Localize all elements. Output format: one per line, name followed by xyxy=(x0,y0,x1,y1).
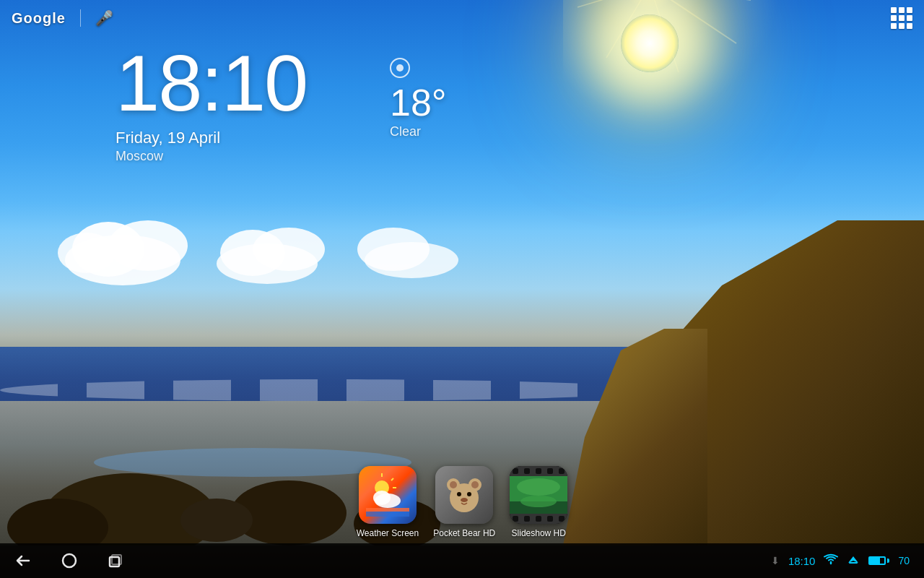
weather-widget[interactable]: 18° Clear xyxy=(390,58,447,139)
bear-app-bg xyxy=(435,466,493,524)
weather-sun-icon xyxy=(390,58,447,78)
google-text: Google xyxy=(12,10,66,27)
pocket-bear-icon-img xyxy=(435,466,493,524)
mic-icon[interactable]: 🎤 xyxy=(95,9,113,27)
pocket-bear-label: Pocket Bear HD xyxy=(433,528,495,538)
home-button[interactable] xyxy=(61,552,78,569)
app-dock: Weather Screen xyxy=(0,466,924,538)
svg-point-39 xyxy=(471,481,479,488)
svg-point-37 xyxy=(450,481,457,488)
grid-dot xyxy=(891,7,897,13)
film-hole xyxy=(547,468,553,474)
film-hole xyxy=(559,468,565,474)
battery-icon xyxy=(868,556,889,565)
grid-dot xyxy=(907,15,912,21)
film-strip-top xyxy=(510,466,567,476)
svg-rect-48 xyxy=(110,557,119,566)
recents-button[interactable] xyxy=(107,552,124,569)
back-button[interactable] xyxy=(14,552,32,569)
film-hole xyxy=(559,516,565,522)
grid-dot xyxy=(899,15,905,21)
film-hole xyxy=(547,516,553,522)
svg-rect-50 xyxy=(849,562,858,564)
apps-grid-icon[interactable] xyxy=(891,7,912,29)
svg-point-41 xyxy=(467,492,471,496)
clouds xyxy=(36,202,469,289)
svg-line-29 xyxy=(391,478,393,480)
grid-dot xyxy=(899,7,905,13)
wifi-icon xyxy=(824,553,838,568)
app-icon-slideshow[interactable]: Slideshow HD xyxy=(510,466,567,538)
svg-point-20 xyxy=(357,228,430,271)
android-notification-icon: ⬇ xyxy=(771,555,780,566)
svg-point-40 xyxy=(457,492,461,496)
weather-app-bg xyxy=(359,466,417,524)
svg-point-15 xyxy=(58,233,116,273)
clock-city: Moscow xyxy=(116,149,307,164)
clock-time: 18:10 xyxy=(116,43,307,123)
film-hole xyxy=(536,468,541,474)
airplane-icon xyxy=(847,553,860,569)
svg-rect-34 xyxy=(366,512,409,517)
slideshow-label: Slideshow HD xyxy=(512,528,566,538)
weather-screen-label: Weather Screen xyxy=(357,528,419,538)
waves xyxy=(0,379,650,401)
slideshow-image xyxy=(510,476,567,514)
grid-dot xyxy=(899,23,905,29)
svg-point-47 xyxy=(63,554,76,567)
battery-bar xyxy=(868,556,886,565)
app-icon-weather-screen[interactable]: Weather Screen xyxy=(357,466,419,538)
svg-point-18 xyxy=(253,228,325,271)
weather-screen-icon-img xyxy=(359,466,417,524)
svg-point-32 xyxy=(373,491,391,505)
film-hole xyxy=(536,516,541,522)
divider xyxy=(80,9,81,27)
sun-circle-icon xyxy=(390,58,410,78)
svg-rect-33 xyxy=(366,508,409,512)
nav-left xyxy=(14,552,124,569)
battery-fill xyxy=(870,558,880,564)
grid-dot xyxy=(891,15,897,21)
svg-point-42 xyxy=(461,498,468,502)
film-hole xyxy=(524,468,530,474)
svg-point-14 xyxy=(108,220,188,271)
film-hole xyxy=(524,516,530,522)
topbar: Google 🎤 xyxy=(0,0,924,36)
slideshow-icon-img xyxy=(510,466,567,524)
status-time: 18:10 xyxy=(788,555,816,567)
grid-dot xyxy=(891,23,897,29)
weather-description: Clear xyxy=(390,124,447,139)
svg-point-46 xyxy=(520,496,557,507)
google-logo: Google 🎤 xyxy=(12,9,113,27)
app-icon-pocket-bear[interactable]: Pocket Bear HD xyxy=(433,466,495,538)
battery-percent: 70 xyxy=(898,555,910,566)
clock-date: Friday, 19 April xyxy=(116,129,307,147)
grid-dot xyxy=(907,23,912,29)
film-hole xyxy=(513,516,518,522)
nav-right: ⬇ 18:10 70 xyxy=(771,553,910,569)
slideshow-app-bg xyxy=(510,466,567,524)
grid-dot xyxy=(907,7,912,13)
film-strip-bottom xyxy=(510,514,567,524)
clock-widget[interactable]: 18:10 Friday, 19 April Moscow xyxy=(116,43,307,164)
svg-point-44 xyxy=(517,478,560,496)
battery-tip xyxy=(887,558,889,563)
weather-temperature: 18° xyxy=(390,84,447,121)
navbar: ⬇ 18:10 70 xyxy=(0,543,924,578)
film-hole xyxy=(513,468,518,474)
